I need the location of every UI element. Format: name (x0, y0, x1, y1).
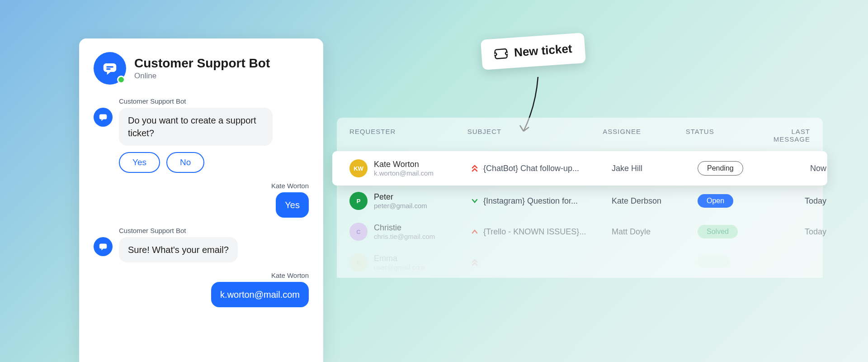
requester-email: user@gmail.com (374, 263, 425, 271)
priority-high-double-icon (472, 258, 479, 267)
requester-email: chris.tie@gmail.com (374, 233, 435, 240)
bot-name: Customer Support Bot (134, 56, 270, 71)
table-row[interactable]: E Emma user@gmail.com (337, 247, 823, 278)
ticket-table: REQUESTER SUBJECT ASSIGNEE STATUS LAST M… (337, 118, 823, 278)
sender-label: Customer Support Bot (119, 97, 309, 105)
bot-status: Online (134, 71, 270, 81)
table-row[interactable]: KW Kate Worton k.worton@mail.com {ChatBo… (332, 151, 827, 186)
status-badge: Open (698, 194, 733, 208)
assignee: Matt Doyle (612, 227, 698, 237)
user-message-bubble: k.worton@mail.com (211, 282, 309, 307)
yes-button[interactable]: Yes (119, 152, 160, 173)
svg-point-6 (494, 52, 496, 55)
user-message-bubble: Yes (276, 192, 309, 218)
avatar: C (349, 223, 368, 241)
svg-rect-2 (106, 68, 111, 70)
table-header: REQUESTER SUBJECT ASSIGNEE STATUS LAST M… (337, 124, 823, 151)
status-badge: Pending (698, 161, 743, 176)
chat-bubble-icon (98, 242, 108, 252)
bot-avatar (94, 52, 126, 85)
status-badge (698, 256, 729, 267)
svg-rect-1 (106, 66, 113, 67)
chat-bubble-icon (101, 60, 118, 77)
requester-name: Peter (374, 192, 427, 202)
header-subject: SUBJECT (467, 128, 603, 143)
online-status-dot (117, 76, 125, 84)
last-message: Today (768, 227, 826, 237)
table-row[interactable]: P Peter peter@gmail.com {Instagram} Ques… (337, 186, 823, 216)
subject-text: {Instagram} Question for... (483, 196, 578, 206)
bot-message-bubble: Do you want to create a support ticket? (119, 108, 273, 146)
chat-header: Customer Support Bot Online (94, 52, 309, 85)
avatar: KW (349, 159, 368, 177)
header-status: STATUS (686, 128, 754, 143)
chat-widget: Customer Support Bot Online Customer Sup… (79, 38, 323, 362)
priority-high-icon (472, 228, 479, 236)
svg-rect-3 (99, 114, 107, 119)
requester-email: k.worton@mail.com (374, 169, 434, 177)
no-button[interactable]: No (166, 152, 204, 173)
requester-email: peter@gmail.com (374, 202, 427, 210)
subject-text: {Trello - KNOWN ISSUES}... (483, 227, 586, 237)
priority-high-double-icon (472, 164, 479, 172)
header-last-message: LAST MESSAGE (753, 128, 810, 143)
ticket-icon (494, 47, 508, 60)
assignee: Jake Hill (612, 164, 698, 173)
user-message-group: Kate Worton k.worton@mail.com (94, 272, 309, 307)
chat-bubble-icon (98, 112, 108, 122)
bot-message-group: Customer Support Bot Do you want to crea… (94, 97, 309, 173)
last-message: Now (768, 164, 826, 173)
header-requester: REQUESTER (349, 128, 467, 143)
avatar: E (349, 253, 368, 272)
new-ticket-callout[interactable]: New ticket (481, 33, 586, 70)
assignee: Kate Derbson (612, 196, 698, 206)
subject-text: {ChatBot} Chat follow-up... (483, 164, 579, 173)
header-assignee: ASSIGNEE (603, 128, 686, 143)
svg-rect-4 (99, 244, 107, 249)
bot-message-group: Customer Support Bot Sure! What's your e… (94, 227, 309, 262)
bot-avatar-small (94, 108, 113, 127)
sender-label: Customer Support Bot (119, 227, 309, 234)
callout-label: New ticket (514, 42, 572, 60)
requester-name: Emma (374, 254, 425, 263)
bot-message-bubble: Sure! What's your email? (119, 237, 238, 262)
user-message-group: Kate Worton Yes (94, 182, 309, 218)
sender-label: Kate Worton (94, 272, 309, 279)
requester-name: Kate Worton (374, 160, 434, 169)
sender-label: Kate Worton (94, 182, 309, 190)
last-message: Today (768, 196, 826, 206)
table-row[interactable]: C Christie chris.tie@gmail.com {Trello -… (337, 216, 823, 247)
bot-avatar-small (94, 237, 113, 256)
svg-rect-0 (104, 63, 117, 72)
status-badge: Solved (698, 225, 738, 238)
svg-point-7 (505, 52, 508, 54)
requester-name: Christie (374, 223, 435, 233)
priority-low-icon (472, 197, 479, 205)
avatar: P (349, 192, 368, 210)
